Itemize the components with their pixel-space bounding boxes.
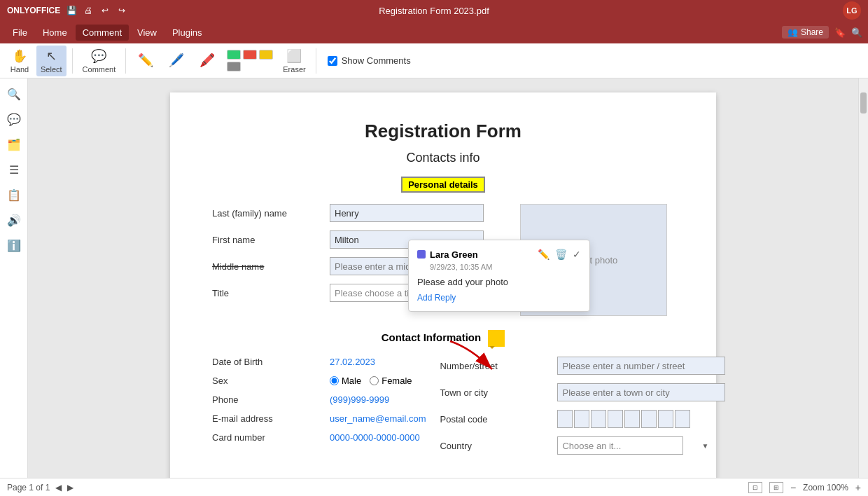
comment-tool-btn[interactable]: 💬 Comment bbox=[78, 46, 120, 76]
country-arrow-icon: ▼ bbox=[702, 442, 709, 450]
highlighter-tool-btn[interactable]: 🖊️ bbox=[162, 46, 190, 76]
next-page-btn[interactable]: ▶ bbox=[67, 483, 74, 492]
color-red[interactable] bbox=[243, 50, 257, 60]
postal-box-2[interactable] bbox=[574, 410, 589, 428]
male-radio[interactable] bbox=[330, 376, 339, 385]
sidebar-audio[interactable]: 🔊 bbox=[4, 210, 24, 230]
color-custom-1[interactable] bbox=[227, 62, 241, 71]
color-green[interactable] bbox=[227, 50, 241, 60]
last-name-input[interactable] bbox=[330, 204, 484, 222]
comment-text: Please add your photo bbox=[417, 277, 581, 287]
dob-row: Date of Birth 27.02.2023 bbox=[212, 357, 426, 367]
select-tool-btn[interactable]: ↖ Select bbox=[36, 46, 66, 76]
print-btn[interactable]: 🖨 bbox=[83, 5, 94, 16]
hand-tool-btn[interactable]: ✋ Hand bbox=[6, 46, 34, 76]
bottom-right: ⊡ ⊞ − Zoom 100% + bbox=[748, 482, 861, 493]
color-yellow[interactable] bbox=[259, 50, 273, 60]
title-label: Title bbox=[212, 288, 324, 298]
resolve-comment-btn[interactable]: ✓ bbox=[573, 249, 581, 260]
toolbar-sep-1 bbox=[72, 48, 73, 74]
contact-two-col: Date of Birth 27.02.2023 Sex Male Female bbox=[212, 357, 674, 463]
sidebar-info[interactable]: ℹ️ bbox=[4, 235, 24, 255]
number-street-input[interactable] bbox=[557, 357, 725, 375]
personal-details-wrap: Personal details bbox=[212, 177, 674, 193]
bottom-left: Page 1 of 1 ◀ ▶ bbox=[7, 483, 74, 492]
edit-comment-btn[interactable]: ✏️ bbox=[538, 249, 550, 260]
form-title: Registration Form bbox=[212, 120, 674, 142]
sidebar-pages[interactable]: ☰ bbox=[4, 160, 24, 179]
female-radio-label[interactable]: Female bbox=[370, 376, 412, 386]
share-button[interactable]: 👥 Share bbox=[782, 26, 829, 39]
fit-width-btn[interactable]: ⊞ bbox=[769, 482, 783, 493]
postal-box-4[interactable] bbox=[608, 410, 623, 428]
postal-box-1[interactable] bbox=[557, 410, 573, 428]
postal-box-8[interactable] bbox=[675, 410, 690, 428]
postal-label: Postal code bbox=[440, 414, 552, 425]
doc-scroll: Registration Form Contacts info Personal… bbox=[28, 78, 858, 478]
postal-box-6[interactable] bbox=[641, 410, 657, 428]
phone-row: Phone (999)999-9999 bbox=[212, 394, 426, 405]
show-comments-checkbox[interactable] bbox=[328, 56, 337, 66]
fit-page-btn[interactable]: ⊡ bbox=[748, 482, 762, 493]
sticky-note-icon[interactable] bbox=[488, 330, 505, 347]
comment-icon: 💬 bbox=[91, 48, 106, 64]
country-select[interactable]: Choose an it... bbox=[557, 436, 683, 455]
menu-plugins[interactable]: Plugins bbox=[165, 25, 209, 41]
last-name-row: Last (family) name bbox=[212, 204, 506, 222]
sidebar-fields[interactable]: 📋 bbox=[4, 185, 24, 205]
male-radio-label[interactable]: Male bbox=[330, 376, 361, 386]
contact-info-title: Contact Information bbox=[212, 330, 674, 347]
middle-name-label: Middle name bbox=[212, 261, 324, 272]
dob-label: Date of Birth bbox=[212, 357, 324, 367]
female-radio[interactable] bbox=[370, 376, 379, 385]
left-sidebar: 🔍 💬 🗂️ ☰ 📋 🔊 ℹ️ bbox=[0, 78, 28, 478]
contact-right-col: Number/street Town or city Postal code bbox=[440, 357, 725, 463]
vertical-scrollbar[interactable] bbox=[858, 78, 868, 478]
sidebar-comments[interactable]: 💬 bbox=[4, 109, 24, 129]
sidebar-search[interactable]: 🔍 bbox=[4, 84, 24, 104]
last-name-label: Last (family) name bbox=[212, 208, 324, 219]
highlighter-icon: 🖊️ bbox=[169, 53, 184, 68]
menu-home[interactable]: Home bbox=[36, 25, 74, 41]
menu-file[interactable]: File bbox=[6, 25, 34, 41]
email-label: E-mail address bbox=[212, 413, 324, 424]
sidebar-bookmarks[interactable]: 🗂️ bbox=[4, 135, 24, 154]
doc-page: Registration Form Contacts info Personal… bbox=[170, 92, 716, 478]
prev-page-btn[interactable]: ◀ bbox=[55, 483, 62, 492]
email-value: user_name@email.com bbox=[330, 413, 426, 424]
bottom-bar: Page 1 of 1 ◀ ▶ ⊡ ⊞ − Zoom 100% + bbox=[0, 478, 868, 496]
redo-btn[interactable]: ↪ bbox=[116, 5, 127, 16]
eraser-tool-btn[interactable]: ⬜ Eraser bbox=[279, 46, 309, 76]
bookmark-icon[interactable]: 🔖 bbox=[834, 27, 846, 38]
add-reply-btn[interactable]: Add Reply bbox=[417, 293, 581, 303]
user-avatar[interactable]: LG bbox=[843, 1, 861, 20]
author-dot bbox=[417, 250, 426, 259]
postal-box-3[interactable] bbox=[591, 410, 606, 428]
hand-icon: ✋ bbox=[12, 48, 27, 64]
undo-btn[interactable]: ↩ bbox=[99, 5, 111, 16]
save-btn[interactable]: 💾 bbox=[66, 5, 77, 16]
scrollbar-thumb[interactable] bbox=[860, 92, 867, 113]
menu-view[interactable]: View bbox=[130, 25, 164, 41]
country-select-wrap: Choose an it... ▼ bbox=[557, 436, 711, 455]
menu-comment[interactable]: Comment bbox=[76, 25, 129, 41]
delete-comment-btn[interactable]: 🗑️ bbox=[555, 249, 567, 260]
town-input[interactable] bbox=[557, 383, 725, 401]
zoom-out-btn[interactable]: − bbox=[790, 482, 796, 493]
search-icon[interactable]: 🔍 bbox=[851, 27, 862, 38]
pen-icon: ✏️ bbox=[138, 53, 153, 68]
phone-value: (999)999-9999 bbox=[330, 394, 389, 405]
marker-tool-btn[interactable]: 🖍️ bbox=[193, 46, 221, 76]
postal-row: Postal code bbox=[440, 410, 725, 428]
postal-box-7[interactable] bbox=[658, 410, 673, 428]
number-street-row: Number/street bbox=[440, 357, 725, 375]
number-street-label: Number/street bbox=[440, 361, 552, 371]
postal-box-5[interactable] bbox=[624, 410, 640, 428]
personal-details-header: Personal details bbox=[401, 177, 485, 193]
card-label: Card number bbox=[212, 432, 324, 443]
pen-tool-btn[interactable]: ✏️ bbox=[132, 46, 160, 76]
share-icon: 👥 bbox=[788, 27, 798, 37]
toolbar: ✋ Hand ↖ Select 💬 Comment ✏️ 🖊️ 🖍️ ⬜ Era… bbox=[0, 43, 868, 78]
show-comments-toggle[interactable]: Show Comments bbox=[322, 55, 416, 66]
zoom-in-btn[interactable]: + bbox=[855, 482, 861, 493]
